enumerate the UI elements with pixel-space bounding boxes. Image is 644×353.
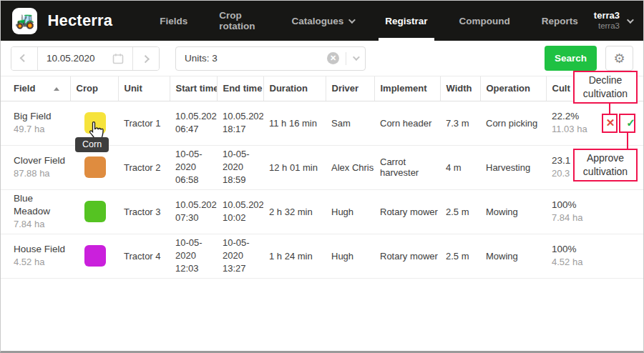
- width-cell: 4 m: [440, 145, 480, 189]
- clear-filter-icon[interactable]: ✕: [327, 52, 339, 64]
- settings-gear-button[interactable]: ⚙: [605, 46, 633, 71]
- nav-item-label: Compound: [459, 16, 510, 26]
- user-name: terra3: [594, 10, 620, 21]
- date-value: 10.05.2020: [47, 53, 105, 64]
- end-time-cell: 10.05.202018:17: [223, 110, 263, 136]
- end-time-cell: 10.05.202010:02: [223, 199, 263, 224]
- duration-cell: 2 h 32 min: [263, 189, 326, 234]
- nav-item-compound[interactable]: Compound: [453, 1, 517, 41]
- field-area: 87.88 ha: [14, 167, 70, 180]
- user-menu[interactable]: terra3 terra3: [594, 10, 632, 31]
- units-filter-value: Units: 3: [185, 53, 327, 64]
- brand-title: Hecterra: [47, 11, 112, 30]
- calendar-icon: [112, 53, 124, 64]
- approve-cultivation-callout: Approve cultivation: [573, 149, 638, 182]
- width-cell: 2.5 m: [440, 189, 480, 234]
- end-time-cell: 10-05-202018:59: [223, 148, 263, 187]
- width-cell: 2.5 m: [440, 234, 480, 278]
- cultivated-pct: 100%: [552, 243, 600, 256]
- field-area: 49.7 ha: [14, 123, 70, 136]
- nav-item-crop-rotation[interactable]: Crop rotation: [213, 1, 266, 41]
- crop-color-swatch[interactable]: [84, 245, 106, 267]
- chevron-down-icon[interactable]: [353, 54, 360, 61]
- operation-cell: Mowing: [480, 189, 546, 234]
- implement-cell: Carrot harvester: [374, 145, 440, 189]
- start-time-cell: 10.05.202007:30: [175, 199, 217, 224]
- implement-cell: Rotary mower: [374, 189, 440, 234]
- units-filter-input[interactable]: Units: 3 ✕: [175, 46, 366, 71]
- column-header-operation[interactable]: Operation: [480, 76, 546, 101]
- next-day-button[interactable]: [133, 47, 159, 70]
- decline-cultivation-callout: Decline cultivation: [573, 71, 638, 104]
- cultivated-area: 7.84 ha: [552, 212, 600, 224]
- nav-item-registrar[interactable]: Registrar: [379, 1, 434, 41]
- nav-item-label: Catalogues: [292, 16, 344, 26]
- column-header-implement[interactable]: Implement: [374, 76, 440, 101]
- unit-cell: Tractor 2: [118, 145, 170, 189]
- sort-asc-icon: [54, 87, 59, 91]
- approve-icon-highlight-box: [619, 114, 635, 133]
- end-time-cell: 10-05-202013:27: [223, 237, 263, 275]
- operation-cell: Harvesting: [480, 145, 546, 189]
- search-button[interactable]: Search: [545, 46, 597, 71]
- field-name: Clover Field: [14, 154, 70, 167]
- column-header-crop[interactable]: Crop: [70, 76, 118, 101]
- cultivations-table: Field Crop Unit Start time End time Dura…: [1, 76, 644, 279]
- crop-color-swatch[interactable]: [84, 201, 106, 222]
- column-header-unit[interactable]: Unit: [118, 76, 170, 101]
- implement-cell: Corn header: [374, 101, 440, 145]
- chevron-down-icon: [348, 16, 356, 24]
- operation-cell: Corn picking: [480, 101, 546, 145]
- driver-cell: Hugh: [326, 234, 374, 278]
- nav-item-catalogues[interactable]: Catalogues: [286, 1, 361, 41]
- divider: [346, 52, 346, 65]
- width-cell: 7.3 m: [440, 101, 480, 145]
- unit-cell: Tractor 1: [118, 101, 170, 145]
- column-header-width[interactable]: Width: [440, 76, 480, 101]
- driver-cell: Sam: [326, 101, 374, 145]
- crop-color-swatch[interactable]: [84, 156, 106, 178]
- user-info: terra3 terra3: [594, 10, 620, 31]
- field-name: House Field: [14, 243, 70, 256]
- table-row[interactable]: House Field4.52 ha Tractor 4 10-05-20201…: [1, 234, 644, 278]
- unit-cell: Tractor 3: [118, 189, 170, 234]
- column-header-driver[interactable]: Driver: [326, 76, 374, 101]
- unit-cell: Tractor 4: [118, 234, 170, 278]
- nav-item-label: Fields: [160, 16, 187, 26]
- app-window: 🚜 Hecterra Fields Crop rotation Catalogu…: [0, 0, 644, 353]
- cultivated-pct: 100%: [552, 199, 600, 212]
- decline-icon-highlight-box: [602, 114, 618, 133]
- operation-cell: Mowing: [480, 234, 546, 278]
- cultivated-pct: 22.2%: [552, 110, 600, 123]
- nav-item-reports[interactable]: Reports: [535, 1, 585, 41]
- table-header-row: Field Crop Unit Start time End time Dura…: [1, 76, 644, 101]
- implement-cell: Rotary mower: [374, 234, 440, 278]
- callout-connector-line: [609, 104, 610, 114]
- table-row[interactable]: Blue Meadow7.84 ha Tractor 3 10.05.20200…: [1, 189, 644, 234]
- column-header-field[interactable]: Field: [1, 76, 70, 101]
- chevron-right-icon: [142, 55, 150, 63]
- nav-item-fields[interactable]: Fields: [153, 1, 194, 41]
- cultivated-area: 11.03 ha: [552, 123, 600, 136]
- nav-item-label: Crop rotation: [219, 10, 260, 31]
- column-header-end-time[interactable]: End time: [217, 76, 263, 101]
- callout-connector-line: [627, 133, 628, 149]
- nav-item-label: Registrar: [385, 16, 427, 26]
- start-time-cell: 10-05-202012:03: [175, 237, 217, 275]
- start-time-cell: 10.05.202006:47: [175, 110, 217, 136]
- date-field[interactable]: 10.05.2020: [37, 47, 133, 70]
- cultivated-area: 4.52 ha: [552, 256, 600, 269]
- field-area: 7.84 ha: [14, 218, 70, 231]
- crop-tooltip: Corn: [75, 137, 109, 152]
- column-header-duration[interactable]: Duration: [263, 76, 326, 101]
- prev-day-button[interactable]: [11, 47, 37, 70]
- column-header-start-time[interactable]: Start time: [170, 76, 217, 101]
- date-picker-group: 10.05.2020: [11, 46, 160, 71]
- hecterra-logo-icon: 🚜: [12, 8, 37, 34]
- gear-icon: ⚙: [613, 51, 625, 66]
- user-account: terra3: [594, 21, 620, 31]
- chevron-left-icon: [20, 54, 28, 61]
- field-name: Blue Meadow: [14, 192, 70, 218]
- nav-item-label: Reports: [542, 16, 578, 26]
- filter-bar: 10.05.2020 Units: 3 ✕ Search ⚙: [1, 41, 643, 76]
